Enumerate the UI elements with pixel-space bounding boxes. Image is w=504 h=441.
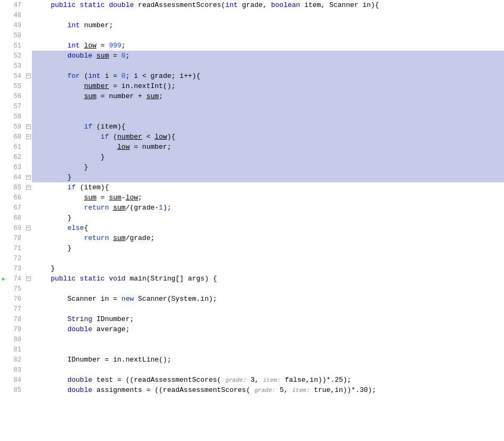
line-number: 49 (7, 20, 25, 30)
fold-icon (25, 233, 32, 243)
code-editor: 4748495051525354−5556575859−60−61626364−… (0, 0, 504, 441)
code-line (32, 284, 504, 294)
code-line: String IDnumber; (32, 314, 504, 324)
run-icon[interactable]: ▶ (0, 274, 7, 284)
line-number: 82 (7, 355, 25, 365)
code-line: } (32, 243, 504, 253)
fold-icon[interactable]: − (25, 182, 32, 193)
line-number: 80 (7, 334, 25, 344)
fold-icon (25, 142, 32, 152)
code-line: sum = sum-low; (32, 193, 504, 203)
run-icon (0, 0, 7, 10)
fold-icon (25, 385, 32, 395)
line-number: 66 (7, 193, 25, 203)
fold-icon[interactable]: − (25, 172, 32, 182)
run-icon (0, 253, 7, 263)
code-line: } (32, 162, 504, 172)
fold-icon (25, 213, 32, 223)
line-number: 85 (7, 385, 25, 395)
run-icon (0, 101, 7, 111)
code-line (32, 10, 504, 20)
run-icon (0, 263, 7, 274)
code-line: for (int i = 0; i < grade; i++){ (32, 71, 504, 81)
code-line: if (number < low){ (32, 132, 504, 142)
fold-icon (25, 294, 32, 304)
run-icon (0, 182, 7, 193)
line-number: 57 (7, 101, 25, 111)
line-number: 50 (7, 30, 25, 41)
run-icon (0, 10, 7, 20)
run-icon (0, 233, 7, 243)
run-icon (0, 294, 7, 304)
run-icon (0, 385, 7, 395)
code-line: return sum/grade; (32, 233, 504, 243)
line-number: 53 (7, 61, 25, 71)
code-line: return sum/(grade-1); (32, 203, 504, 213)
fold-icon[interactable]: − (25, 274, 32, 284)
line-number: 76 (7, 294, 25, 304)
fold-icon (25, 355, 32, 365)
run-icon (0, 213, 7, 223)
line-number: 54 (7, 71, 25, 81)
line-number: 84 (7, 375, 25, 385)
fold-icon (25, 203, 32, 213)
fold-icon (25, 61, 32, 71)
run-icon (0, 20, 7, 30)
fold-icon (25, 314, 32, 324)
line-number: 71 (7, 243, 25, 253)
run-icon (0, 314, 7, 324)
code-line (32, 304, 504, 314)
code-line (32, 365, 504, 375)
line-number: 79 (7, 324, 25, 334)
run-icon (0, 344, 7, 355)
fold-icon (25, 51, 32, 61)
code-line (32, 344, 504, 355)
fold-icon (25, 243, 32, 253)
line-number: 47 (7, 0, 25, 10)
run-icon (0, 365, 7, 375)
code-line: int low = 999; (32, 41, 504, 51)
run-icon (0, 172, 7, 182)
run-icon (0, 71, 7, 81)
run-icon (0, 223, 7, 233)
run-icon (0, 142, 7, 152)
line-number: 56 (7, 91, 25, 101)
line-number: 74 (7, 274, 25, 284)
code-line: sum = number + sum; (32, 91, 504, 101)
fold-icon[interactable]: − (25, 132, 32, 142)
line-number: 70 (7, 233, 25, 243)
fold-icon (25, 152, 32, 162)
line-number: 69 (7, 223, 25, 233)
line-number: 51 (7, 41, 25, 51)
fold-icon (25, 81, 32, 91)
fold-icon[interactable]: − (25, 122, 32, 132)
fold-icon (25, 20, 32, 30)
line-number: 78 (7, 314, 25, 324)
run-icon (0, 243, 7, 253)
run-icon (0, 132, 7, 142)
fold-icon (25, 375, 32, 385)
run-icon (0, 91, 7, 101)
code-line: else{ (32, 223, 504, 233)
fold-icon (25, 30, 32, 41)
line-number: 61 (7, 142, 25, 152)
fold-icon (25, 284, 32, 294)
fold-icon (25, 344, 32, 355)
code-line: double assignments = ((readAssessmentSco… (32, 385, 504, 395)
fold-icon[interactable]: − (25, 223, 32, 233)
line-number: 75 (7, 284, 25, 294)
code-line: number = in.nextInt(); (32, 81, 504, 91)
run-icon (0, 284, 7, 294)
fold-icon (25, 324, 32, 334)
content-area: public static double readAssessmentScore… (32, 0, 504, 441)
fold-icon[interactable]: − (25, 71, 32, 81)
line-number: 81 (7, 344, 25, 355)
line-number: 60 (7, 132, 25, 142)
fold-icon (25, 162, 32, 172)
fold-icon (25, 101, 32, 111)
run-icon (0, 324, 7, 334)
code-line (32, 101, 504, 111)
code-line: double sum = 0; (32, 51, 504, 61)
fold-icon (25, 334, 32, 344)
fold-icon (25, 41, 32, 51)
